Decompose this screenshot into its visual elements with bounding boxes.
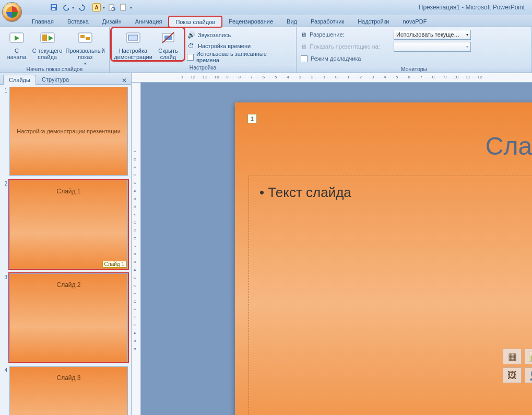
thumb-1[interactable]: 1 Настройка демонстрации презентации	[1, 87, 128, 176]
group-monitors: 🖥 Разрешение: Использовать текуще… ▾ 🖥 П…	[297, 27, 532, 73]
qat-new-icon[interactable]	[119, 3, 128, 12]
ribbon-tabs: Главная Вставка Дизайн Анимация Показ сл…	[0, 15, 532, 27]
tab-review[interactable]: Рецензирование	[222, 16, 280, 27]
title-bar: ▾ A ▾ ▾ Презентация1 - Microsoft PowerPo…	[0, 0, 532, 15]
panel-close-icon[interactable]: ✕	[121, 77, 128, 84]
horizontal-ruler[interactable]: · · 1 · · 12 · · 11 · · 10 · · 9 · · · 8…	[132, 73, 532, 83]
hide-slide-button[interactable]: Скрыть слайд	[153, 28, 183, 60]
vertical-ruler[interactable]: · 1 · 0 · 1 · 2 · 3 · 4 · 5 · 6 · 7 · 8 …	[132, 83, 141, 415]
workspace: Слайды Структура ✕ 1 Настройка демонстра…	[0, 73, 532, 415]
slide-flag: Слайд 1	[102, 261, 126, 268]
insert-clipart-icon[interactable]: 👤	[525, 367, 532, 383]
speaker-icon: 🔊	[187, 31, 195, 39]
use-timings-checkbox[interactable]: Использовать записанные времена	[187, 52, 291, 62]
edit-area: · · 1 · · 12 · · 11 · · 10 · · 9 · · · 8…	[132, 73, 532, 415]
setup-show-icon	[125, 30, 141, 47]
hide-slide-icon	[160, 30, 176, 47]
custom-show-label: Произвольный показ	[66, 48, 105, 60]
qat-redo-icon[interactable]	[76, 3, 86, 12]
record-narration-label: Звукозапись	[198, 32, 231, 38]
monitor2-icon: 🖥	[301, 43, 306, 50]
setup-show-button[interactable]: Настройка демонстрации	[113, 28, 153, 60]
presenter-checkbox[interactable]	[301, 55, 308, 62]
from-beginning-button[interactable]: С начала	[2, 28, 31, 60]
thumbnail-list[interactable]: 1 Настройка демонстрации презентации 2 С…	[0, 85, 131, 415]
thumb-3[interactable]: 3 Слайд 2	[1, 273, 128, 362]
insert-picture-icon[interactable]: 🖼	[503, 367, 522, 383]
ribbon: С начала С текущего слайда Произвольный …	[0, 27, 532, 73]
panel-tab-outline[interactable]: Структура	[36, 74, 75, 84]
panel-tabs: Слайды Структура ✕	[0, 73, 131, 85]
resolution-select[interactable]: Использовать текуще… ▾	[394, 30, 471, 40]
slide-canvas[interactable]: 1 Слайд 2 Текст слайда ▦ 📊 ◫ 🖼 👤 🎞	[141, 83, 532, 415]
chevron-down-icon: ▾	[466, 32, 468, 37]
tab-view[interactable]: Вид	[280, 16, 304, 27]
group-setup: Настройка демонстрации Скрыть слайд 🔊 Зв…	[110, 27, 297, 73]
record-narration-button[interactable]: 🔊 Звукозапись	[187, 30, 291, 40]
presenter-mode-label: Режим докладчика	[311, 55, 361, 62]
office-button[interactable]	[2, 2, 22, 22]
thumb-4[interactable]: 4 Слайд 3	[1, 366, 128, 415]
qat-print-preview-icon[interactable]	[107, 3, 116, 12]
setup-small-options: 🔊 Звукозапись ⏱ Настройка времени Исполь…	[185, 28, 294, 62]
svg-rect-15	[128, 35, 138, 40]
from-current-button[interactable]: С текущего слайда	[31, 28, 64, 60]
group-monitors-label: Мониторы	[297, 66, 531, 73]
use-timings-label: Использовать записанные времена	[196, 51, 291, 63]
svg-rect-1	[52, 5, 56, 7]
qat-undo-icon[interactable]	[61, 3, 70, 12]
tab-developer[interactable]: Разработчик	[304, 16, 351, 27]
slide-title[interactable]: Слайд 2	[486, 132, 532, 160]
clock-icon: ⏱	[187, 42, 195, 50]
slide[interactable]: 1 Слайд 2 Текст слайда ▦ 📊 ◫ 🖼 👤 🎞	[235, 102, 532, 415]
show-on-select: ▾	[394, 42, 471, 52]
from-current-label: С текущего слайда	[32, 48, 62, 60]
from-current-icon	[39, 30, 56, 47]
qat-undo-dropdown-icon[interactable]: ▾	[72, 5, 74, 10]
svg-rect-5	[121, 4, 125, 10]
checkbox-icon	[187, 54, 194, 61]
qat-a-dropdown-icon[interactable]: ▾	[103, 5, 105, 10]
svg-rect-13	[86, 37, 90, 40]
tab-slideshow[interactable]: Показ слайдов	[169, 16, 222, 27]
tab-animation[interactable]: Анимация	[128, 16, 169, 27]
hide-slide-label: Скрыть слайд	[158, 48, 178, 60]
tab-design[interactable]: Дизайн	[96, 16, 128, 27]
group-start-slideshow: С начала С текущего слайда Произвольный …	[0, 27, 110, 73]
svg-rect-12	[80, 35, 85, 38]
show-on-label: Показать презентацию на:	[310, 43, 391, 50]
slide-page-number: 1	[247, 114, 257, 123]
tab-home[interactable]: Главная	[25, 16, 61, 27]
qat-separator	[89, 3, 89, 11]
rehearse-timings-label: Настройка времени	[198, 43, 251, 49]
group-start-label: Начать показ слайдов	[0, 66, 109, 73]
qat-save-icon[interactable]	[49, 3, 58, 12]
tab-novapdf[interactable]: novaPDF	[396, 16, 434, 27]
svg-rect-2	[52, 8, 55, 10]
svg-rect-11	[78, 33, 92, 42]
from-beginning-label: С начала	[7, 48, 26, 60]
svg-rect-9	[42, 34, 47, 41]
insert-chart-icon[interactable]: 📊	[525, 349, 532, 364]
resolution-label: Разрешение:	[310, 31, 391, 38]
rehearse-timings-button[interactable]: ⏱ Настройка времени	[187, 41, 291, 51]
slides-panel: Слайды Структура ✕ 1 Настройка демонстра…	[0, 73, 132, 415]
custom-show-button[interactable]: Произвольный показ	[63, 28, 107, 66]
group-setup-label: Настройка	[110, 64, 296, 73]
quick-access-toolbar: ▾ A ▾ ▾	[49, 0, 132, 15]
tab-insert[interactable]: Вставка	[61, 16, 96, 27]
monitor-icon: 🖥	[301, 31, 306, 38]
placeholder-icons: ▦ 📊 ◫ 🖼 👤 🎞	[503, 349, 532, 383]
content-placeholder[interactable]: Текст слайда ▦ 📊 ◫ 🖼 👤 🎞	[249, 176, 532, 415]
from-beginning-icon	[8, 30, 25, 47]
insert-table-icon[interactable]: ▦	[503, 349, 522, 364]
qat-item-a-icon[interactable]: A	[92, 3, 101, 11]
setup-show-label: Настройка демонстрации	[114, 48, 152, 60]
panel-tab-slides[interactable]: Слайды	[3, 75, 36, 85]
window-title: Презентация1 - Microsoft PowerPoint	[132, 0, 532, 15]
tab-addins[interactable]: Надстройки	[351, 16, 396, 27]
chevron-down-icon: ▾	[466, 44, 468, 49]
resolution-value: Использовать текуще…	[396, 31, 459, 38]
thumb-2[interactable]: 2 Слайд 1 Слайд 1	[1, 180, 128, 269]
bullet-text[interactable]: Текст слайда	[259, 185, 532, 201]
